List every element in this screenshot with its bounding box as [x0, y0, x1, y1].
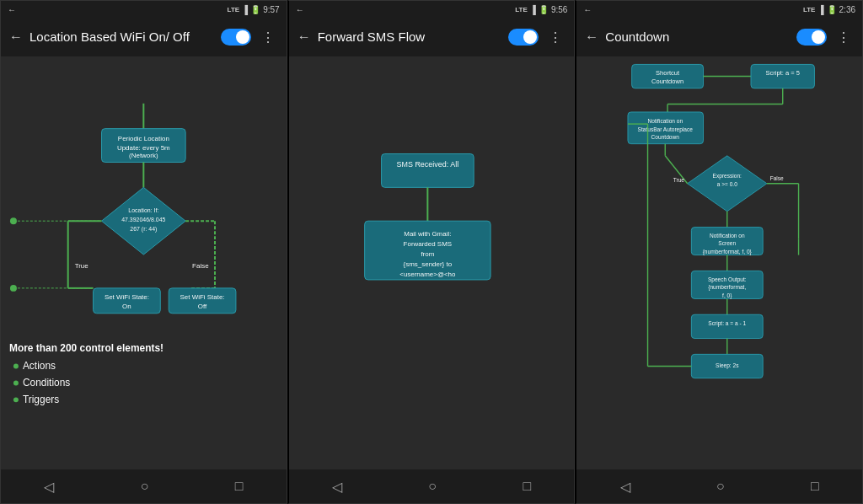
lte-badge-1: LTE — [228, 6, 240, 13]
recent-nav-1[interactable]: □ — [235, 479, 244, 494]
status-bar-2: ← LTE ▐ 🔋 9:56 — [289, 1, 575, 18]
content-area-1: Periodic Location Update: every 5m (Netw… — [1, 56, 287, 469]
home-nav-1[interactable]: ○ — [141, 479, 149, 494]
status-right-2: LTE ▐ 🔋 9:56 — [515, 5, 567, 14]
svg-text:47.392046/8.045: 47.392046/8.045 — [121, 217, 165, 223]
phone-panel-2: ← LTE ▐ 🔋 9:56 ← Forward SMS Flow ⋮ SMS … — [287, 0, 576, 504]
time-3: 2:36 — [839, 5, 855, 14]
status-left-3: ← — [583, 5, 592, 14]
app-bar-3: ← Countdown ⋮ — [576, 18, 862, 56]
toggle-3[interactable] — [796, 29, 827, 46]
app-title-1: Location Based WiFi On/ Off — [29, 29, 214, 45]
svg-text:Update: every 5m: Update: every 5m — [117, 144, 170, 152]
status-left-1: ← — [8, 5, 16, 14]
content-area-3: Shortcut Countdown Script: a = 5 Notific… — [576, 56, 862, 469]
nav-bar-2: ◁ ○ □ — [289, 469, 575, 503]
svg-text:SMS Received: All: SMS Received: All — [396, 160, 458, 169]
svg-text:Set WiFi State:: Set WiFi State: — [105, 293, 149, 301]
svg-text:More than 200 control elements: More than 200 control elements! — [9, 342, 163, 354]
svg-text:False: False — [192, 262, 209, 270]
svg-text:Set WiFi State:: Set WiFi State: — [180, 293, 225, 301]
svg-text:Speech Output:: Speech Output: — [708, 276, 747, 283]
battery-icon-3: 🔋 — [827, 5, 837, 14]
svg-text:False: False — [770, 175, 784, 181]
status-bar-3: ← LTE ▐ 🔋 2:36 — [576, 1, 862, 18]
app-title-3: Countdown — [605, 29, 790, 45]
app-bar-2: ← Forward SMS Flow ⋮ — [289, 18, 575, 56]
svg-point-33 — [13, 397, 19, 402]
svg-text:(Network): (Network) — [129, 152, 158, 159]
back-nav-1[interactable]: ◁ — [44, 479, 54, 495]
svg-text:Location: If:: Location: If: — [128, 207, 158, 213]
svg-text:Notification on: Notification on — [710, 233, 745, 239]
back-nav-3[interactable]: ◁ — [620, 479, 630, 495]
lte-badge-2: LTE — [515, 6, 528, 13]
svg-text:Conditions: Conditions — [23, 377, 70, 389]
svg-point-31 — [13, 380, 19, 385]
back-nav-2[interactable]: ◁ — [332, 479, 342, 495]
svg-text:Script: a = 5: Script: a = 5 — [766, 69, 800, 77]
svg-text:Screen: Screen — [719, 240, 737, 246]
svg-text:{numberformat,: {numberformat, — [709, 284, 747, 291]
signal-icon-1: ▐ — [242, 5, 248, 14]
content-area-2: SMS Received: All Mail with Gmail: Forwa… — [289, 56, 575, 469]
signal-icon-2: ▐ — [530, 5, 536, 14]
svg-text:Mail with Gmail:: Mail with Gmail: — [404, 230, 451, 238]
svg-text:StatusBar Autoreplace: StatusBar Autoreplace — [638, 126, 694, 133]
status-right-1: LTE ▐ 🔋 9:57 — [228, 5, 280, 14]
svg-text:{numberformat, f, 0}: {numberformat, f, 0} — [703, 249, 753, 255]
app-title-2: Forward SMS Flow — [318, 29, 502, 45]
status-right-3: LTE ▐ 🔋 2:36 — [803, 5, 855, 14]
svg-text:a >= 0.0: a >= 0.0 — [717, 181, 737, 187]
app-bar-1: ← Location Based WiFi On/ Off ⋮ — [1, 18, 287, 56]
status-left-2: ← — [296, 5, 304, 14]
menu-button-1[interactable]: ⋮ — [258, 29, 278, 46]
svg-text:{sms_sender} to: {sms_sender} to — [403, 260, 452, 268]
svg-text:Forwarded SMS: Forwarded SMS — [403, 240, 451, 248]
svg-rect-77 — [692, 314, 764, 338]
back-button-2[interactable]: ← — [297, 29, 311, 45]
phone-panel-3: ← LTE ▐ 🔋 2:36 ← Countdown ⋮ Shortcut Co… — [575, 0, 863, 504]
recent-nav-3[interactable]: □ — [811, 479, 819, 494]
svg-text:267 (r: 44): 267 (r: 44) — [130, 226, 157, 233]
menu-button-2[interactable]: ⋮ — [545, 29, 566, 46]
home-nav-3[interactable]: ○ — [716, 479, 725, 494]
svg-text:True: True — [75, 262, 89, 270]
flowchart-3: Shortcut Countdown Script: a = 5 Notific… — [576, 56, 862, 469]
status-bar-1: ← LTE ▐ 🔋 9:57 — [1, 1, 287, 18]
svg-text:Expression:: Expression: — [713, 173, 742, 180]
svg-text:Shortcut: Shortcut — [656, 69, 680, 77]
battery-icon-2: 🔋 — [539, 5, 549, 14]
svg-rect-35 — [381, 154, 474, 188]
svg-text:from: from — [421, 250, 434, 258]
battery-icon-1: 🔋 — [250, 5, 260, 14]
svg-text:Actions: Actions — [23, 361, 56, 373]
svg-text:Triggers: Triggers — [23, 394, 59, 405]
home-nav-2[interactable]: ○ — [428, 479, 437, 494]
recent-nav-2[interactable]: □ — [523, 479, 531, 494]
nav-bar-1: ◁ ○ □ — [1, 469, 287, 503]
svg-text:Countdown: Countdown — [651, 134, 680, 140]
svg-text:On: On — [122, 303, 131, 310]
flowchart-1: Periodic Location Update: every 5m (Netw… — [1, 56, 287, 469]
lte-badge-3: LTE — [803, 6, 816, 13]
toggle-2[interactable] — [508, 29, 539, 46]
time-1: 9:57 — [263, 5, 279, 14]
svg-text:Sleep: 2s: Sleep: 2s — [716, 362, 739, 369]
signal-icon-3: ▐ — [817, 5, 823, 14]
time-2: 9:56 — [551, 5, 567, 14]
menu-button-3[interactable]: ⋮ — [834, 29, 854, 46]
nav-bar-3: ◁ ○ □ — [576, 469, 862, 503]
svg-text:Notification on: Notification on — [648, 118, 683, 124]
phone-panel-1: ← LTE ▐ 🔋 9:57 ← Location Based WiFi On/… — [0, 0, 287, 504]
svg-text:Countdown: Countdown — [651, 78, 683, 85]
svg-point-29 — [13, 364, 19, 369]
back-button-1[interactable]: ← — [9, 29, 23, 45]
svg-text:Periodic Location: Periodic Location — [118, 135, 169, 142]
toggle-1[interactable] — [221, 29, 251, 46]
svg-text:Off: Off — [198, 303, 207, 310]
flowchart-2: SMS Received: All Mail with Gmail: Forwa… — [289, 56, 575, 469]
back-button-3[interactable]: ← — [585, 29, 598, 45]
svg-text:<username>@<ho: <username>@<ho — [399, 271, 456, 278]
svg-text:f, 0}: f, 0} — [722, 292, 732, 299]
